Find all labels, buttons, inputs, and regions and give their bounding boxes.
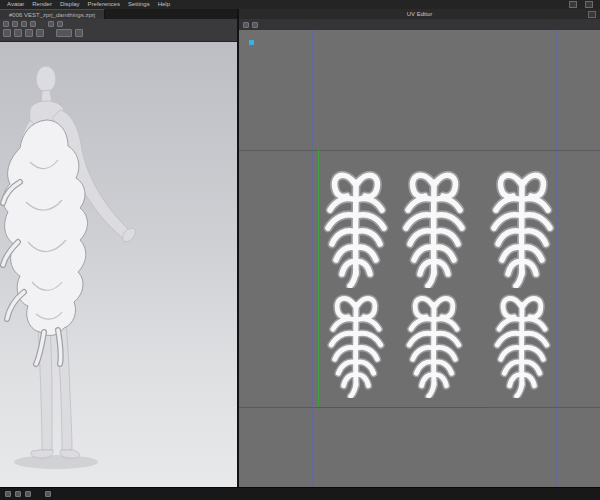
panel-options-icon[interactable]	[588, 11, 596, 18]
avatar-figure	[0, 42, 237, 488]
uv-pattern-piece[interactable]	[328, 175, 384, 286]
project-tab[interactable]: #006 VEST_zprj_damthings.zprj	[0, 9, 105, 19]
menu-item-help[interactable]: Help	[158, 0, 170, 9]
snap-icon[interactable]	[3, 29, 11, 37]
uv-editor-title: UV Editor	[407, 11, 433, 17]
viewport-toolbar	[0, 19, 237, 42]
menu-item-render[interactable]: Render	[32, 0, 52, 9]
uv-pattern-piece[interactable]	[406, 175, 462, 286]
grid-icon[interactable]	[14, 29, 22, 37]
texture-icon[interactable]	[25, 29, 33, 37]
scale-icon[interactable]	[30, 21, 36, 27]
uv-pattern-piece[interactable]	[331, 298, 380, 396]
show-pattern-icon[interactable]	[252, 22, 258, 28]
floor-shadow	[14, 455, 98, 469]
menu-item-settings[interactable]: Settings	[128, 0, 150, 9]
view-preset-icon[interactable]	[56, 29, 72, 37]
status-mem-icon[interactable]	[45, 491, 51, 497]
uv-canvas[interactable]	[239, 30, 600, 488]
render-mode-icon[interactable]	[36, 29, 44, 37]
rotate-icon[interactable]	[21, 21, 27, 27]
uv-pattern-piece[interactable]	[409, 298, 458, 396]
uv-patterns	[239, 30, 600, 488]
menu-item-display[interactable]: Display	[60, 0, 80, 9]
uv-pattern-piece[interactable]	[497, 298, 546, 396]
layout-icon[interactable]	[569, 1, 577, 8]
tab-bar: #006 VEST_zprj_damthings.zprj	[0, 9, 237, 19]
menu-item-preferences[interactable]: Preferences	[88, 0, 120, 9]
menu-item-avatar[interactable]: Avatar	[7, 0, 24, 9]
status-sync-icon[interactable]	[5, 491, 11, 497]
light-icon[interactable]	[75, 29, 83, 37]
uv-pattern-piece[interactable]	[494, 175, 550, 286]
garment-vest	[3, 120, 88, 364]
status-bar	[0, 487, 600, 500]
minimize-panel-icon[interactable]	[585, 1, 593, 8]
camera-icon[interactable]	[57, 21, 63, 27]
status-log-icon[interactable]	[25, 491, 31, 497]
translate-icon[interactable]	[12, 21, 18, 27]
viewport-3d[interactable]	[0, 42, 237, 488]
frame-icon[interactable]	[48, 21, 54, 27]
cursor-icon[interactable]	[3, 21, 9, 27]
show-texture-icon[interactable]	[243, 22, 249, 28]
status-sim-icon[interactable]	[15, 491, 21, 497]
